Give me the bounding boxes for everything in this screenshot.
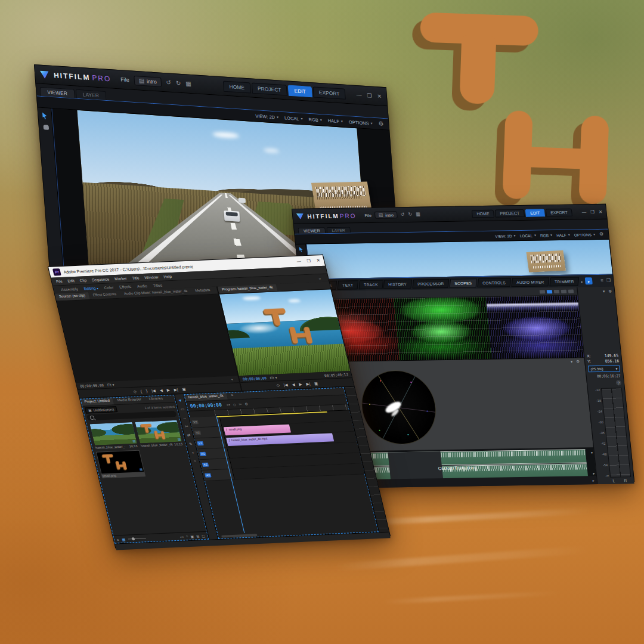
- menu-marker[interactable]: Marker: [114, 276, 127, 281]
- track-label[interactable]: A3: [205, 473, 212, 477]
- redo-icon[interactable]: ↻: [176, 80, 181, 86]
- redo-icon[interactable]: ↻: [408, 212, 413, 217]
- tab-scopes[interactable]: SCOPES: [450, 278, 478, 288]
- tab-viewer[interactable]: VIEWER: [298, 227, 326, 234]
- asset-item[interactable]: ⊞ hawaii_blue_water_4k 10;13: [134, 420, 184, 448]
- zoom-slider[interactable]: [128, 538, 146, 539]
- menu-title[interactable]: Title: [132, 275, 140, 280]
- play-icon[interactable]: ▶: [166, 388, 171, 392]
- undo-icon[interactable]: ↺: [400, 212, 405, 217]
- marker-icon[interactable]: ◇: [276, 383, 280, 388]
- track-label[interactable]: V1: [197, 441, 204, 445]
- close-icon[interactable]: ✕: [599, 209, 603, 214]
- tab-track[interactable]: TRACK: [358, 280, 383, 289]
- layout-3-button[interactable]: [554, 289, 560, 293]
- close-icon[interactable]: ✕: [377, 93, 382, 100]
- clip-small-png[interactable]: ƒ small.png: [224, 425, 291, 436]
- select-tool-icon[interactable]: [299, 247, 304, 252]
- scroll-right-icon[interactable]: ▸: [593, 471, 595, 475]
- options-dropdown[interactable]: OPTIONS▾: [349, 119, 373, 126]
- workspace-effects[interactable]: Effects: [119, 284, 131, 289]
- fit-dropdown[interactable]: Fit▾: [270, 375, 277, 379]
- mark-out-icon[interactable]: }: [145, 389, 148, 393]
- half-dropdown[interactable]: HALF▾: [556, 233, 570, 237]
- layout-1-button[interactable]: [540, 290, 546, 293]
- export-frame-icon[interactable]: ▣: [314, 381, 318, 386]
- tab-audio-mixer[interactable]: AUDIO MIXER: [511, 277, 549, 287]
- restore-icon[interactable]: ❐: [367, 92, 372, 99]
- restore-icon[interactable]: ❐: [590, 209, 595, 215]
- marker-icon[interactable]: ◇: [133, 389, 137, 394]
- scroll-right-icon[interactable]: ▸: [592, 478, 595, 482]
- play-icon[interactable]: ▶: [298, 382, 302, 386]
- menu-edit[interactable]: Edit: [67, 278, 75, 283]
- go-to-in-icon[interactable]: |◀: [151, 388, 156, 393]
- tab-home[interactable]: HOME: [223, 81, 251, 94]
- workspace-editing[interactable]: Editing ▾: [83, 286, 99, 290]
- file-menu[interactable]: File: [120, 76, 129, 83]
- tab-edit[interactable]: EDIT: [525, 209, 544, 216]
- track-select-tool[interactable]: ▭: [180, 407, 185, 411]
- gear-icon[interactable]: ⚙: [599, 232, 604, 237]
- gear-icon[interactable]: ⚙: [576, 359, 580, 364]
- panel-menu-icon[interactable]: ≡: [227, 392, 237, 400]
- layout-grid-icon[interactable]: ▦: [416, 212, 420, 217]
- viewer-canvas[interactable]: [306, 240, 612, 279]
- scroll-right-icon[interactable]: ▸: [580, 279, 584, 283]
- gear-icon[interactable]: ⚙: [378, 120, 384, 127]
- minimize-icon[interactable]: —: [296, 259, 302, 264]
- asset-item[interactable]: ⊞ hawaii_blue_water_- 10;13: [89, 422, 138, 450]
- tab-libraries[interactable]: Libraries: [145, 395, 168, 403]
- options-dropdown[interactable]: OPTIONS▾: [574, 233, 595, 237]
- find-icon[interactable]: ○: [185, 534, 188, 538]
- step-forward-icon[interactable]: ▶|: [305, 382, 311, 386]
- add-panel-button[interactable]: ▸: [585, 277, 593, 284]
- trash-icon[interactable]: ▢: [201, 534, 205, 538]
- tab-home[interactable]: HOME: [472, 209, 494, 218]
- asset-item-selected[interactable]: ⊞ small.png: [96, 450, 145, 479]
- program-monitor[interactable]: [219, 289, 351, 376]
- tab-processor[interactable]: PROCESSOR: [412, 278, 449, 288]
- select-tool-icon[interactable]: [42, 112, 48, 120]
- layout-4-button[interactable]: [561, 289, 567, 293]
- track-label[interactable]: V3: [192, 420, 199, 424]
- tab-layer[interactable]: LAYER: [326, 227, 351, 233]
- fit-dropdown[interactable]: Fit▾: [107, 382, 114, 386]
- go-to-in-icon[interactable]: |◀: [283, 382, 289, 387]
- tab-metadata[interactable]: Metadata: [191, 287, 215, 295]
- pen-tool[interactable]: ✎: [188, 442, 193, 447]
- bin-path[interactable]: ▣ Untitled.prproj: [85, 406, 117, 413]
- razor-tool[interactable]: ✂: [184, 424, 188, 429]
- local-dropdown[interactable]: LOCAL▾: [519, 233, 536, 237]
- tab-trimmer[interactable]: TRIMMER: [549, 277, 579, 286]
- track-label[interactable]: A2: [202, 463, 209, 467]
- menu-file[interactable]: File: [55, 279, 63, 283]
- rgb-dropdown[interactable]: RGB▾: [540, 233, 553, 237]
- minimize-icon[interactable]: —: [581, 209, 586, 215]
- menu-icon[interactable]: ≡: [600, 278, 603, 283]
- export-frame-icon[interactable]: ▣: [181, 387, 186, 392]
- local-dropdown[interactable]: LOCAL▾: [284, 115, 303, 122]
- step-back-icon[interactable]: ◀: [291, 382, 295, 387]
- automate-sequence-icon[interactable]: ⊶: [179, 535, 184, 539]
- layout-2-button[interactable]: [547, 290, 553, 293]
- tab-history[interactable]: HISTORY: [383, 279, 412, 289]
- new-item-icon[interactable]: ⊞: [196, 534, 200, 538]
- razor-icon[interactable]: ✂: [239, 402, 243, 406]
- workspace-assembly[interactable]: Assembly: [61, 287, 79, 292]
- step-back-icon[interactable]: ◀: [159, 388, 163, 392]
- track-label[interactable]: V2: [194, 431, 202, 435]
- tab-export[interactable]: EXPORT: [312, 86, 346, 100]
- close-icon[interactable]: ✕: [316, 258, 321, 263]
- marker-icon[interactable]: ◇: [233, 402, 236, 406]
- mark-in-icon[interactable]: {: [140, 389, 143, 393]
- scroll-up-icon[interactable]: ▾: [591, 450, 593, 454]
- undo-icon[interactable]: ↺: [166, 79, 171, 86]
- zoom-tool[interactable]: ○: [193, 459, 197, 463]
- scrollbar-thumb[interactable]: [221, 534, 258, 538]
- layout-grid-icon[interactable]: ▦: [185, 80, 191, 87]
- source-monitor[interactable]: [57, 295, 238, 383]
- add-button[interactable]: +: [231, 377, 236, 381]
- new-bin-icon[interactable]: ▣: [190, 534, 194, 538]
- menu-clip[interactable]: Clip: [79, 278, 87, 282]
